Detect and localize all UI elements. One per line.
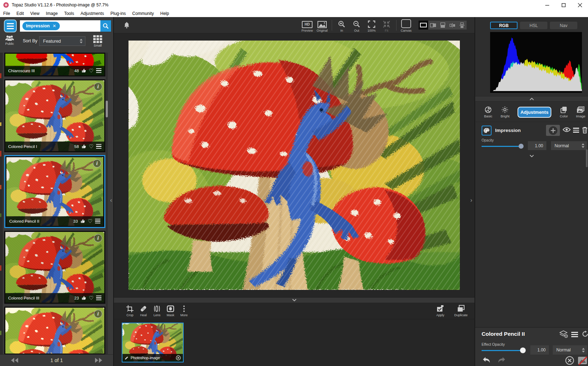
menu-item-community[interactable]: Community [129, 10, 157, 17]
visibility-eye-icon[interactable] [562, 127, 571, 133]
info-icon[interactable]: i [94, 234, 102, 242]
search-chip[interactable]: Impression ✕ [22, 22, 60, 30]
zoom-100-button[interactable]: 100% [364, 18, 379, 32]
layers-settings-icon[interactable] [560, 330, 568, 338]
thumbnail-size-toggle[interactable]: Small [93, 35, 102, 47]
tab-adjustments[interactable]: Adjustments [518, 107, 552, 118]
effect-card[interactable]: i Chiaroscuro III 48 ♡ [4, 53, 105, 76]
menu-item-help[interactable]: Help [157, 10, 172, 17]
favorite-icon[interactable]: ♡ [89, 295, 94, 301]
public-toggle[interactable]: Public [5, 35, 14, 46]
effect-card[interactable]: i ♡ [4, 307, 105, 355]
effect-blend-select[interactable]: Normal [553, 345, 587, 355]
heal-tool-button[interactable]: Heal [137, 305, 150, 317]
tab-nav[interactable]: Nav [550, 22, 577, 29]
menu-item-tools[interactable]: Tools [61, 10, 77, 17]
apply-button[interactable]: Apply [432, 305, 448, 317]
notifications-bell-icon[interactable] [122, 21, 131, 30]
tab-color[interactable]: Color [556, 106, 571, 118]
menu-item-edit[interactable]: Edit [13, 10, 27, 17]
tab-hsl[interactable]: HSL [520, 22, 547, 29]
blend-mode-select[interactable]: Normal [551, 141, 587, 150]
lens-tool-button[interactable]: Lens [150, 305, 164, 317]
menu-item-view[interactable]: View [27, 10, 43, 17]
zoom-out-button[interactable]: Out [349, 18, 364, 32]
panel-scrollbar-thumb[interactable] [586, 149, 588, 167]
crop-tool-button[interactable]: Crop [123, 305, 137, 317]
add-adjustment-button[interactable] [546, 125, 560, 136]
sidebar-scrollbar[interactable] [106, 53, 108, 355]
remove-effect-icon[interactable] [565, 356, 574, 365]
sidebar-scrollbar-thumb[interactable] [106, 101, 108, 117]
tab-image[interactable]: Image [573, 106, 588, 118]
next-page-button[interactable] [94, 357, 103, 363]
menu-item-file[interactable]: File [0, 10, 13, 17]
opacity-slider-knob[interactable] [519, 144, 524, 149]
thumbs-up-icon[interactable] [82, 296, 86, 301]
mask-tool-button[interactable]: Mask [164, 305, 177, 317]
redo-icon[interactable] [497, 357, 506, 364]
adjustment-menu-icon[interactable] [573, 128, 579, 133]
effect-opacity-value-field[interactable]: 1.00 [530, 345, 549, 355]
effect-card[interactable]: i Colored Pencil II 33 ♡ [4, 155, 105, 228]
menu-item-adjustments[interactable]: Adjustments [77, 10, 107, 17]
edited-image[interactable] [128, 41, 460, 290]
opacity-slider[interactable] [482, 143, 523, 149]
thumbs-up-icon[interactable] [82, 68, 86, 73]
search-button[interactable] [100, 20, 111, 32]
adjustment-expand-handle[interactable] [475, 155, 588, 158]
chip-close-icon[interactable]: ✕ [53, 23, 56, 28]
hd-preview-button[interactable]: HD Preview [300, 18, 315, 32]
reset-icon[interactable] [582, 330, 588, 338]
canvas-viewport[interactable] [114, 33, 474, 297]
effect-menu-icon[interactable] [95, 219, 100, 224]
view-split-vertical-button[interactable] [428, 21, 438, 30]
view-single-button[interactable] [419, 21, 428, 30]
close-button[interactable] [572, 0, 588, 10]
favorite-icon[interactable]: ♡ [89, 68, 94, 73]
sort-select[interactable]: Featured [39, 36, 85, 46]
favorite-icon[interactable]: ♡ [88, 218, 93, 224]
maximize-button[interactable] [555, 0, 572, 10]
thumbs-up-icon[interactable] [80, 219, 85, 224]
info-icon[interactable]: i [94, 83, 102, 91]
impression-active-indicator[interactable] [482, 126, 492, 136]
view-sidebyside-small-button[interactable] [447, 21, 457, 30]
info-icon[interactable]: i [93, 159, 101, 168]
canvas-button[interactable]: Canvas [399, 18, 414, 32]
collapse-left-panel-handle[interactable]: ‹ [109, 197, 113, 204]
thumbs-up-icon[interactable] [82, 144, 86, 149]
info-icon[interactable]: i [94, 310, 102, 318]
disable-image-icon[interactable] [578, 356, 588, 365]
original-button[interactable]: Original [315, 18, 330, 32]
minimize-button[interactable] [539, 0, 555, 10]
favorite-icon[interactable]: ♡ [89, 144, 94, 149]
view-topbottom-small-button[interactable] [457, 21, 467, 30]
film-close-icon[interactable] [176, 355, 181, 360]
effect-opacity-slider[interactable] [482, 348, 525, 353]
search-input[interactable]: Impression ✕ [20, 20, 100, 32]
duplicate-button[interactable]: Duplicate [452, 305, 470, 317]
more-tools-button[interactable]: More [177, 305, 191, 317]
zoom-in-button[interactable]: In [334, 18, 349, 32]
collapse-right-panel-handle[interactable]: › [469, 197, 473, 204]
opacity-value-field[interactable]: 1.00 [528, 141, 546, 150]
trash-icon[interactable] [582, 127, 588, 133]
tab-basic[interactable]: Basic [481, 106, 495, 118]
tab-bright[interactable]: Bright [498, 106, 512, 118]
effect-opacity-knob[interactable] [520, 348, 526, 353]
tab-rgb[interactable]: RGB [490, 22, 518, 29]
bottom-panel-collapse-bar[interactable] [114, 297, 474, 303]
sidebar-menu-button[interactable] [4, 20, 17, 32]
view-split-horizontal-button[interactable] [438, 21, 447, 30]
histogram-collapse-bar[interactable] [475, 96, 588, 102]
effect-card[interactable]: i Colored Pencil I 58 ♡ [4, 79, 105, 152]
menu-item-plug-ins[interactable]: Plug-ins [107, 10, 129, 17]
fit-button[interactable]: Fit [379, 18, 394, 32]
undo-icon[interactable] [482, 357, 491, 364]
effect-menu-icon[interactable] [96, 144, 101, 149]
effect-menu-icon[interactable] [96, 296, 101, 301]
effect-menu-icon[interactable] [96, 68, 101, 73]
menu-item-image[interactable]: Image [43, 10, 61, 17]
effect-menu-icon[interactable] [571, 332, 578, 337]
